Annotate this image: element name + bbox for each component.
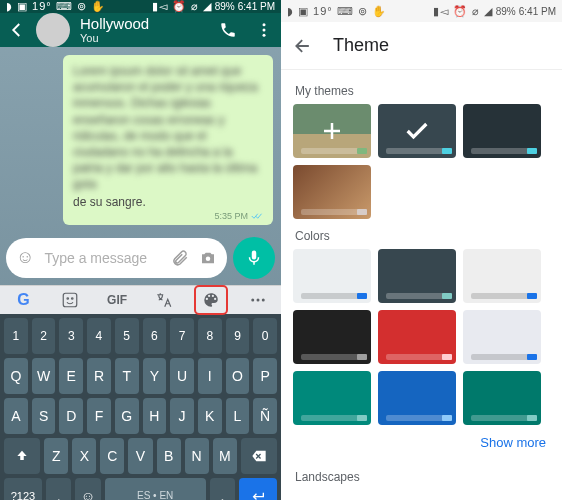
- emoji-key[interactable]: ☺: [75, 478, 100, 501]
- sticker-icon[interactable]: [54, 286, 86, 314]
- contact-name: Hollywood: [80, 16, 209, 33]
- chat-area[interactable]: Lorem ipsum dolor sit amet que acumularo…: [0, 47, 281, 233]
- battery-text: 89%: [215, 1, 235, 12]
- mic-button[interactable]: [233, 237, 275, 279]
- message-input[interactable]: ☺ Type a message: [6, 238, 227, 278]
- key-w[interactable]: W: [32, 358, 56, 394]
- key-2[interactable]: 2: [32, 318, 56, 354]
- theme-card[interactable]: [463, 310, 541, 364]
- shift-key[interactable]: [4, 438, 40, 474]
- back-icon[interactable]: [293, 36, 313, 56]
- contact-subtitle: You: [80, 32, 209, 44]
- key-v[interactable]: V: [128, 438, 152, 474]
- message-text-clear: de su sangre.: [73, 195, 263, 209]
- status-left-icons: ◗ ▣ 19° ⌨ ⊚ ✋: [6, 0, 106, 13]
- period-key[interactable]: .: [210, 478, 235, 501]
- key-t[interactable]: T: [115, 358, 139, 394]
- key-r[interactable]: R: [87, 358, 111, 394]
- key-o[interactable]: O: [226, 358, 250, 394]
- keyboard: 1234567890 QWERTYUIOP ASDFGHJKLÑ ZXCVBNM…: [0, 314, 281, 501]
- svg-point-2: [263, 34, 266, 37]
- show-more-link[interactable]: Show more: [281, 425, 562, 460]
- theme-card[interactable]: [293, 310, 371, 364]
- emoji-icon[interactable]: ☺: [16, 247, 34, 268]
- key-z[interactable]: Z: [44, 438, 68, 474]
- key-e[interactable]: E: [59, 358, 83, 394]
- key-m[interactable]: M: [213, 438, 237, 474]
- key-h[interactable]: H: [143, 398, 167, 434]
- key-9[interactable]: 9: [226, 318, 250, 354]
- key-8[interactable]: 8: [198, 318, 222, 354]
- more-icon[interactable]: [255, 21, 273, 39]
- backspace-key[interactable]: [241, 438, 277, 474]
- message-bubble[interactable]: Lorem ipsum dolor sit amet que acumularo…: [63, 55, 273, 225]
- camera-icon[interactable]: [199, 249, 217, 267]
- key-f[interactable]: F: [87, 398, 111, 434]
- key-n[interactable]: N: [185, 438, 209, 474]
- keyboard-number-row: 1234567890: [4, 318, 277, 354]
- theme-card[interactable]: [378, 371, 456, 425]
- theme-card[interactable]: [463, 104, 541, 158]
- colors-grid: [281, 249, 562, 425]
- space-key[interactable]: ES • EN: [105, 478, 206, 501]
- svg-point-9: [261, 298, 264, 301]
- attach-icon[interactable]: [171, 249, 189, 267]
- key-y[interactable]: Y: [143, 358, 167, 394]
- key-1[interactable]: 1: [4, 318, 28, 354]
- comma-key[interactable]: ,: [46, 478, 71, 501]
- key-l[interactable]: L: [226, 398, 250, 434]
- key-7[interactable]: 7: [170, 318, 194, 354]
- key-g[interactable]: G: [115, 398, 139, 434]
- key-q[interactable]: Q: [4, 358, 28, 394]
- key-3[interactable]: 3: [59, 318, 83, 354]
- translate-icon[interactable]: [148, 286, 180, 314]
- back-icon[interactable]: [8, 21, 26, 39]
- svg-point-3: [206, 256, 211, 261]
- theme-card[interactable]: [378, 104, 456, 158]
- more-options-icon[interactable]: [242, 286, 274, 314]
- contact-title-block[interactable]: Hollywood You: [80, 16, 209, 45]
- message-placeholder: Type a message: [44, 250, 161, 266]
- enter-key[interactable]: [239, 478, 277, 501]
- message-text-blurred: Lorem ipsum dolor sit amet que acumularo…: [73, 63, 263, 193]
- call-icon[interactable]: [219, 21, 237, 39]
- theme-card[interactable]: [293, 371, 371, 425]
- key-4[interactable]: 4: [87, 318, 111, 354]
- gif-icon[interactable]: GIF: [101, 286, 133, 314]
- avatar[interactable]: [36, 13, 70, 47]
- key-s[interactable]: S: [32, 398, 56, 434]
- google-icon[interactable]: G: [7, 286, 39, 314]
- key-j[interactable]: J: [170, 398, 194, 434]
- svg-point-1: [263, 29, 266, 32]
- theme-body[interactable]: My themes Colors Show more Landscapes: [281, 70, 562, 500]
- theme-palette-icon[interactable]: [195, 286, 227, 314]
- right-screen: ◗ ▣ 19° ⌨ ⊚ ✋ ▮◅ ⏰ ⌀ ◢ 89% 6:41 PM Theme…: [281, 0, 562, 500]
- theme-card[interactable]: [378, 249, 456, 303]
- svg-point-8: [256, 298, 259, 301]
- key-b[interactable]: B: [157, 438, 181, 474]
- theme-card[interactable]: [463, 371, 541, 425]
- keyboard-row-4: ?123 , ☺ ES • EN .: [4, 478, 277, 501]
- keyboard-suggestion-strip: G GIF: [0, 285, 281, 314]
- svg-point-5: [67, 297, 69, 299]
- section-colors: Colors: [281, 219, 562, 249]
- key-5[interactable]: 5: [115, 318, 139, 354]
- theme-card[interactable]: [293, 104, 371, 158]
- key-p[interactable]: P: [253, 358, 277, 394]
- key-k[interactable]: K: [198, 398, 222, 434]
- key-d[interactable]: D: [59, 398, 83, 434]
- theme-card[interactable]: [463, 249, 541, 303]
- key-i[interactable]: I: [198, 358, 222, 394]
- theme-card[interactable]: [378, 310, 456, 364]
- key-x[interactable]: X: [72, 438, 96, 474]
- theme-card[interactable]: [293, 249, 371, 303]
- key-c[interactable]: C: [100, 438, 124, 474]
- key-ñ[interactable]: Ñ: [253, 398, 277, 434]
- key-0[interactable]: 0: [253, 318, 277, 354]
- key-a[interactable]: A: [4, 398, 28, 434]
- key-u[interactable]: U: [170, 358, 194, 394]
- symbols-key[interactable]: ?123: [4, 478, 42, 501]
- key-6[interactable]: 6: [143, 318, 167, 354]
- theme-card[interactable]: [293, 165, 371, 219]
- status-bar-right: ◗ ▣ 19° ⌨ ⊚ ✋ ▮◅ ⏰ ⌀ ◢ 89% 6:41 PM: [281, 0, 562, 22]
